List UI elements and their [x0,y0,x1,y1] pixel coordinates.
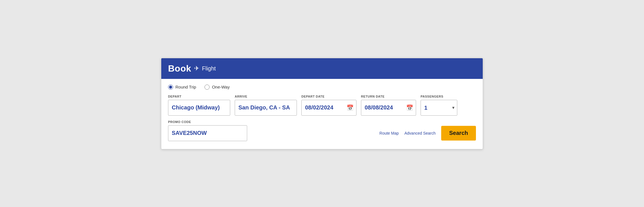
depart-input[interactable] [168,100,230,116]
booking-widget: Book ✈ Flight Round Trip One-Way DEPART [161,58,483,149]
passengers-select-wrapper: 1 2 3 4 5 ▾ [421,100,457,116]
promo-input[interactable] [168,125,247,141]
fields-row: DEPART ARRIVE DEPART DATE 📅 RETURN DATE [168,95,476,116]
arrive-group: ARRIVE [235,95,297,116]
advanced-search-button[interactable]: Advanced Search [404,131,436,135]
plane-icon: ✈ [194,65,199,72]
one-way-label: One-Way [212,85,230,89]
round-trip-label: Round Trip [175,85,196,89]
round-trip-option[interactable]: Round Trip [168,85,196,90]
passengers-select[interactable]: 1 2 3 4 5 [421,100,457,116]
depart-label: DEPART [168,95,230,98]
return-date-label: RETURN DATE [361,95,416,98]
return-date-group: RETURN DATE 📅 [361,95,416,116]
header-bar: Book ✈ Flight [161,58,483,79]
promo-group: PROMO CODE [168,120,247,141]
depart-date-wrapper: 📅 [301,100,356,116]
content-area: Round Trip One-Way DEPART ARRIVE DEPART … [161,79,483,149]
depart-date-label: DEPART DATE [301,95,356,98]
actions-group: Route Map Advanced Search Search [379,126,476,141]
return-date-wrapper: 📅 [361,100,416,116]
passengers-label: PASSENGERS [421,95,457,98]
header-subtitle: Flight [202,65,216,72]
trip-type-row: Round Trip One-Way [168,85,476,90]
one-way-radio[interactable] [204,85,210,90]
depart-date-group: DEPART DATE 📅 [301,95,356,116]
passengers-group: PASSENGERS 1 2 3 4 5 ▾ [421,95,457,116]
one-way-option[interactable]: One-Way [204,85,230,90]
round-trip-radio[interactable] [168,85,173,90]
depart-date-input[interactable] [301,100,356,116]
promo-label: PROMO CODE [168,120,247,124]
bottom-row: PROMO CODE Route Map Advanced Search Sea… [168,120,476,141]
page-title: Book [168,63,191,74]
arrive-label: ARRIVE [235,95,297,98]
depart-group: DEPART [168,95,230,116]
return-date-input[interactable] [361,100,416,116]
route-map-button[interactable]: Route Map [379,131,399,135]
search-button[interactable]: Search [441,126,476,141]
arrive-input[interactable] [235,100,297,116]
